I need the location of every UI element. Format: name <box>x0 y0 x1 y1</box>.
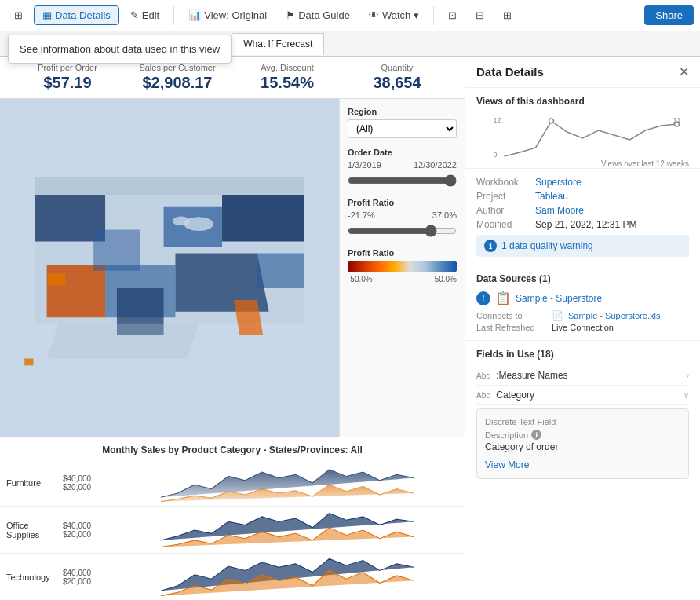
device-btn-1[interactable]: ⊡ <box>440 6 465 24</box>
svg-point-2 <box>173 216 190 225</box>
stat-sales-per-customer: Sales per Customer $2,908.17 <box>122 63 232 92</box>
profit-ratio-color-control: Profit Ratio -50.0% 50.0% <box>348 248 457 284</box>
furniture-label: Furniture <box>0 459 63 506</box>
charts-area: Monthly Sales by Product Category - Stat… <box>0 437 465 600</box>
meta-modified: Modified Sep 21, 2022, 12:31 PM <box>476 219 689 230</box>
chevron-right-icon: › <box>687 371 689 380</box>
tooltip-box: See information about data used in this … <box>8 35 232 64</box>
profit-ratio-range-display: -21.7% 37.0% <box>348 210 457 220</box>
profit-ratio-slider[interactable] <box>348 225 457 237</box>
file-icon: 📄 <box>552 310 563 321</box>
stat-quantity: Quantity 38,654 <box>342 63 452 92</box>
guide-icon: ⚑ <box>286 9 295 21</box>
views-section: Views of this dashboard 12 0 11 Views ov… <box>465 88 700 169</box>
tech-values: $40,000 $20,000 <box>63 554 110 600</box>
color-bar <box>348 261 457 272</box>
edit-icon: ✎ <box>130 9 139 21</box>
chart-icon: 📊 <box>188 9 201 21</box>
field-expanded-category: Discrete Text Field Description ℹ Catego… <box>476 408 689 479</box>
office-values: $40,000 $20,000 <box>63 507 110 553</box>
svg-rect-4 <box>24 358 33 365</box>
chevron-down-icon: ∨ <box>684 391 689 400</box>
close-details-button[interactable]: ✕ <box>679 64 689 79</box>
tech-label: Technology <box>0 554 63 600</box>
controls-panel: Region (All) Order Date 1/3/2019 12/30/2… <box>339 99 465 437</box>
svg-text:12: 12 <box>494 116 501 124</box>
svg-point-9 <box>675 122 680 126</box>
desc-info-icon: ℹ <box>531 430 541 440</box>
order-date-control: Order Date 1/3/2019 12/30/2022 <box>348 148 457 188</box>
source-item: ! 📋 Sample - Superstore <box>476 291 689 305</box>
meta-workbook: Workbook Superstore <box>476 177 689 188</box>
warning-box[interactable]: ℹ 1 data quality warning <box>476 235 689 257</box>
views-subtitle: Views over last 12 weeks <box>476 159 689 168</box>
date-range-display: 1/3/2019 12/30/2022 <box>348 160 457 170</box>
map-controls-area: Region (All) Order Date 1/3/2019 12/30/2… <box>0 99 465 437</box>
furniture-graph <box>110 459 465 506</box>
meta-project: Project Tableau <box>476 191 689 202</box>
meta-author: Author Sam Moore <box>476 205 689 216</box>
toolbar-separator-2 <box>433 6 434 25</box>
source-warning-icon: ! <box>476 291 490 305</box>
modified-value: Sep 21, 2022, 12:31 PM <box>535 219 636 230</box>
device-btn-3[interactable]: ⊞ <box>495 6 520 24</box>
furniture-values: $40,000 $20,000 <box>63 459 110 506</box>
svg-rect-3 <box>48 273 65 285</box>
toolbar-separator <box>173 6 174 25</box>
workbook-link[interactable]: Superstore <box>535 177 582 188</box>
region-select[interactable]: (All) <box>348 119 457 138</box>
svg-point-8 <box>549 119 554 123</box>
field-item-measure-names[interactable]: Abc :Measure Names › <box>476 366 689 386</box>
office-graph <box>110 507 465 553</box>
watch-chevron-icon: ▾ <box>414 9 419 21</box>
stat-avg-discount: Avg. Discount 15.54% <box>232 63 342 92</box>
data-details-icon: ▦ <box>42 9 52 21</box>
tech-graph <box>110 554 465 600</box>
chart-row-office: Office Supplies $40,000 $20,000 <box>0 506 465 553</box>
device-icon-3: ⊞ <box>503 9 512 21</box>
watch-icon: 👁 <box>369 9 379 21</box>
data-guide-btn[interactable]: ⚑ Data Guide <box>278 6 358 24</box>
connects-to-link[interactable]: Sample - Superstore.xls <box>568 311 660 320</box>
region-control: Region (All) <box>348 107 457 138</box>
chart-row-technology: Technology $40,000 $20,000 <box>0 553 465 600</box>
source-name-link[interactable]: Sample - Superstore <box>516 293 602 304</box>
connects-to-row: Connects to 📄 Sample - Superstore.xls <box>476 310 689 321</box>
source-file-icon: 📋 <box>495 291 511 305</box>
device-btn-2[interactable]: ⊟ <box>468 6 492 24</box>
details-panel: Data Details ✕ Views of this dashboard 1… <box>465 57 700 600</box>
svg-text:0: 0 <box>494 151 498 159</box>
tab-what-if[interactable]: What If Forecast <box>232 33 324 55</box>
last-refreshed-value: Live Connection <box>552 323 614 332</box>
content-area: Profit per Order $57.19 Sales per Custom… <box>0 57 465 600</box>
details-header: Data Details ✕ <box>465 57 700 88</box>
source-connects: Connects to 📄 Sample - Superstore.xls La… <box>476 310 689 332</box>
edit-btn[interactable]: ✎ Edit <box>122 6 167 24</box>
mini-chart: 12 0 11 Views over last 12 weeks <box>476 113 689 160</box>
office-label: Office Supplies <box>0 507 63 553</box>
home-btn[interactable]: ⊞ <box>6 6 31 24</box>
share-button[interactable]: Share <box>644 5 694 25</box>
info-icon: ℹ <box>484 240 497 252</box>
view-more-link[interactable]: View More <box>485 459 529 470</box>
colorbar-labels: -50.0% 50.0% <box>348 275 457 284</box>
view-original-btn[interactable]: 📊 View: Original <box>180 6 275 24</box>
stat-profit-per-order: Profit per Order $57.19 <box>13 63 122 92</box>
metadata-section: Workbook Superstore Project Tableau Auth… <box>465 169 700 265</box>
field-item-category[interactable]: Abc Category ∨ <box>476 386 689 405</box>
profit-ratio-slider-control: Profit Ratio -21.7% 37.0% <box>348 198 457 239</box>
project-link[interactable]: Tableau <box>535 191 568 202</box>
device-icon-1: ⊡ <box>448 9 457 21</box>
main-layout: Profit per Order $57.19 Sales per Custom… <box>0 57 700 600</box>
device-icon-2: ⊟ <box>476 9 484 21</box>
map-area[interactable] <box>0 99 339 437</box>
sources-section: Data Sources (1) ! 📋 Sample - Superstore… <box>465 265 700 341</box>
chart-row-furniture: Furniture $40,000 $20,000 <box>0 459 465 506</box>
data-details-btn[interactable]: ▦ Data Details <box>34 5 119 25</box>
last-refreshed-row: Last Refreshed Live Connection <box>476 323 689 332</box>
author-link[interactable]: Sam Moore <box>535 205 584 216</box>
watch-btn[interactable]: 👁 Watch ▾ <box>361 6 427 24</box>
chart-rows: Furniture $40,000 $20,000 <box>0 459 465 600</box>
fields-section: Fields in Use (18) Abc :Measure Names › … <box>465 341 700 490</box>
date-range-slider[interactable] <box>348 174 457 187</box>
